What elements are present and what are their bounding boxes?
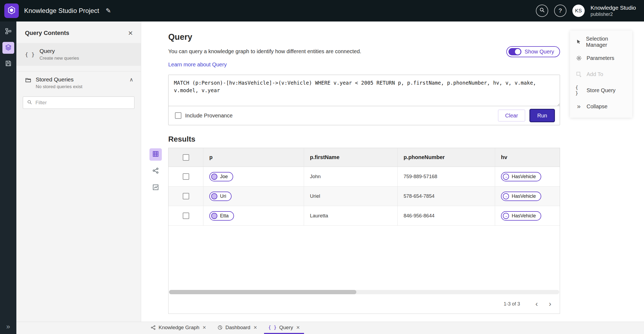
- scrollbar-thumb[interactable]: [169, 290, 356, 294]
- include-provenance-checkbox[interactable]: [175, 112, 181, 119]
- query-item-title: Query: [39, 48, 79, 54]
- model-hierarchy-icon: [5, 28, 12, 36]
- store-query-label: Store Query: [587, 87, 616, 94]
- table-row: Etta Lauretta 846-956-8644 → HasVehicle: [169, 206, 560, 226]
- network-icon: [152, 167, 159, 175]
- table-header-row: p p.firstName p.phoneNumber hv: [169, 148, 560, 167]
- clear-button[interactable]: Clear: [498, 110, 525, 121]
- row-checkbox[interactable]: [183, 213, 189, 219]
- arrow-right-icon: →: [503, 213, 509, 219]
- rail-item-queries[interactable]: [2, 42, 14, 54]
- edit-title-icon[interactable]: ✎: [106, 7, 111, 15]
- edge-label: HasVehicle: [512, 213, 536, 219]
- edge-label: HasVehicle: [512, 174, 536, 179]
- rail-item-model[interactable]: [2, 26, 14, 38]
- panel-close-icon[interactable]: ×: [128, 29, 133, 37]
- show-query-toggle[interactable]: Show Query: [506, 46, 560, 57]
- close-icon[interactable]: ×: [296, 325, 300, 331]
- close-icon[interactable]: ×: [203, 325, 206, 331]
- horizontal-scrollbar[interactable]: [169, 290, 559, 294]
- sidebar-item-query[interactable]: { } Query Create new queries: [16, 43, 141, 66]
- arrow-right-icon: →: [503, 174, 509, 180]
- tab-dashboard[interactable]: Dashboard ×: [213, 322, 261, 334]
- chart-view-button[interactable]: [149, 182, 162, 194]
- learn-more-link[interactable]: Learn more about Query: [168, 62, 227, 68]
- search-button[interactable]: [536, 5, 548, 17]
- select-all-checkbox[interactable]: [183, 154, 189, 161]
- row-checkbox[interactable]: [183, 193, 189, 199]
- rail-item-save[interactable]: [2, 58, 14, 70]
- top-bar: Knowledge Studio Project ✎ ? KS Knowledg…: [0, 0, 644, 21]
- store-query-button[interactable]: { } Store Query: [570, 82, 632, 98]
- selection-manager-button[interactable]: Selection Manager: [570, 34, 632, 50]
- layers-icon: [5, 44, 12, 52]
- save-icon: [5, 60, 12, 68]
- node-dot-icon: [211, 213, 217, 219]
- bottom-tab-bar: Knowledge Graph × Dashboard × { } Query …: [16, 322, 644, 334]
- parameters-button[interactable]: Parameters: [570, 50, 632, 66]
- selection-manager-label: Selection Manager: [586, 36, 627, 48]
- node-pill[interactable]: Joe: [209, 172, 233, 181]
- run-button[interactable]: Run: [529, 109, 555, 122]
- account-user: publisher2: [591, 11, 636, 17]
- help-icon: ?: [559, 7, 562, 14]
- column-header-p[interactable]: p: [203, 148, 304, 167]
- braces-icon: { }: [575, 85, 582, 96]
- left-rail: »: [0, 21, 16, 334]
- column-header-hv[interactable]: hv: [495, 148, 560, 167]
- edge-label: HasVehicle: [512, 193, 536, 199]
- collapse-panel-button[interactable]: » Collapse: [570, 98, 632, 114]
- app-logo[interactable]: [4, 3, 19, 18]
- previous-page-button[interactable]: ‹: [531, 298, 543, 310]
- hexagon-logo-icon: [7, 6, 16, 16]
- account-menu[interactable]: Knowledge Studio publisher2: [591, 4, 636, 17]
- column-header-phonenumber[interactable]: p.phoneNumber: [398, 148, 495, 167]
- node-dot-icon: [211, 193, 217, 199]
- braces-icon: { }: [25, 51, 35, 58]
- edge-pill[interactable]: → HasVehicle: [501, 211, 541, 221]
- node-pill[interactable]: Uri: [209, 192, 232, 201]
- show-query-label: Show Query: [525, 49, 554, 55]
- node-label: Uri: [220, 193, 226, 199]
- cell-phonenumber: 759-889-57168: [404, 174, 437, 179]
- rail-expand-button[interactable]: »: [0, 322, 16, 331]
- table-grid-icon: [152, 150, 159, 159]
- edge-pill[interactable]: → HasVehicle: [501, 172, 541, 181]
- add-to-button: Add To: [570, 66, 632, 82]
- graph-view-button[interactable]: [149, 165, 162, 177]
- edge-pill[interactable]: → HasVehicle: [501, 192, 541, 201]
- filter-box: [23, 96, 134, 109]
- toggle-switch-icon: [508, 48, 521, 55]
- filter-input[interactable]: [35, 100, 130, 106]
- tab-label: Knowledge Graph: [159, 325, 199, 331]
- stored-queries-section[interactable]: Stored Queries No stored queries exist ∧: [16, 71, 141, 94]
- avatar[interactable]: KS: [572, 5, 585, 17]
- search-icon: [539, 7, 545, 15]
- next-page-button[interactable]: ›: [544, 298, 556, 310]
- query-editor-box: MATCH (p:Person)-[hv:HasVehicle]->(v:Veh…: [168, 75, 560, 125]
- results-view-toolbar: [149, 148, 162, 194]
- tab-label: Dashboard: [225, 325, 250, 331]
- query-item-subtitle: Create new queries: [39, 56, 79, 61]
- table-row: Joe John 759-889-57168 → HasVehicle: [169, 167, 560, 186]
- cell-phonenumber: 578-654-7854: [404, 193, 434, 199]
- query-contents-panel: Query Contents × { } Query Create new qu…: [16, 21, 141, 322]
- close-icon[interactable]: ×: [254, 325, 257, 331]
- panel-title: Query Contents: [25, 30, 69, 37]
- help-button[interactable]: ?: [554, 5, 566, 17]
- chart-icon: [152, 184, 159, 192]
- cell-phonenumber: 846-956-8644: [404, 213, 434, 219]
- tab-knowledge-graph[interactable]: Knowledge Graph ×: [146, 322, 210, 334]
- stored-queries-subtitle: No stored queries exist: [36, 84, 82, 89]
- tab-query[interactable]: { } Query ×: [264, 322, 304, 334]
- query-textarea[interactable]: MATCH (p:Person)-[hv:HasVehicle]->(v:Veh…: [169, 75, 560, 106]
- dashboard-icon: [217, 325, 223, 330]
- column-header-firstname[interactable]: p.firstName: [304, 148, 398, 167]
- row-checkbox[interactable]: [183, 173, 189, 180]
- add-to-label: Add To: [587, 71, 603, 77]
- chevron-up-icon[interactable]: ∧: [129, 76, 133, 89]
- node-pill[interactable]: Etta: [209, 211, 234, 221]
- table-view-button[interactable]: [149, 148, 162, 161]
- query-actions-panel: Selection Manager Parameters: [570, 31, 632, 118]
- page-title: Query: [168, 32, 560, 42]
